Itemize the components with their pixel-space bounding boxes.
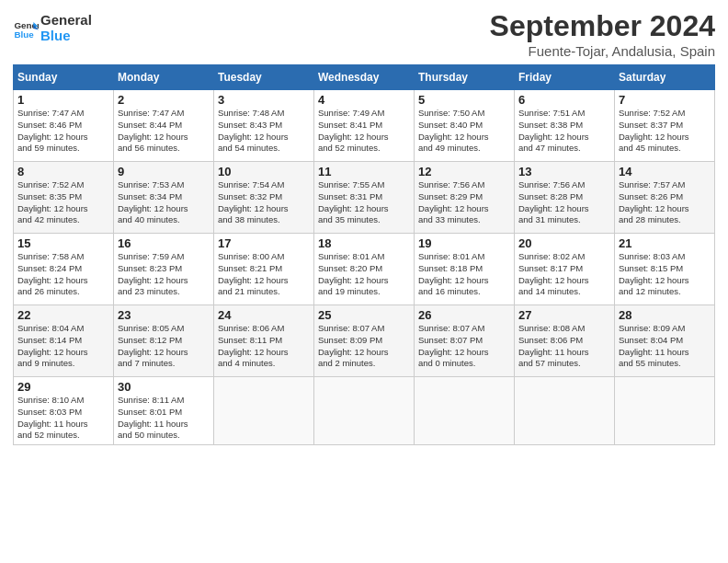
logo-blue-text: Blue	[40, 28, 71, 43]
day-info: Sunrise: 8:06 AM Sunset: 8:11 PM Dayligh…	[218, 323, 310, 370]
day-info: Sunrise: 7:56 AM Sunset: 8:29 PM Dayligh…	[418, 179, 510, 226]
calendar-header-thursday: Thursday	[415, 65, 515, 90]
calendar-cell-14: 14Sunrise: 7:57 AM Sunset: 8:26 PM Dayli…	[615, 162, 715, 234]
day-number: 14	[619, 165, 711, 178]
day-info: Sunrise: 7:56 AM Sunset: 8:28 PM Dayligh…	[518, 179, 610, 226]
calendar-header-tuesday: Tuesday	[214, 65, 314, 90]
calendar-cell-20: 20Sunrise: 8:02 AM Sunset: 8:17 PM Dayli…	[515, 234, 615, 305]
day-info: Sunrise: 8:04 AM Sunset: 8:14 PM Dayligh…	[17, 323, 109, 370]
day-info: Sunrise: 7:59 AM Sunset: 8:23 PM Dayligh…	[118, 251, 210, 298]
day-info: Sunrise: 7:57 AM Sunset: 8:26 PM Dayligh…	[619, 179, 711, 226]
calendar-header-row: SundayMondayTuesdayWednesdayThursdayFrid…	[14, 65, 715, 90]
calendar-cell-empty	[615, 377, 715, 445]
calendar-cell-empty	[314, 377, 415, 445]
day-info: Sunrise: 8:07 AM Sunset: 8:09 PM Dayligh…	[318, 323, 410, 370]
day-number: 17	[218, 236, 310, 250]
calendar-cell-10: 10Sunrise: 7:54 AM Sunset: 8:32 PM Dayli…	[214, 162, 314, 234]
day-info: Sunrise: 8:01 AM Sunset: 8:18 PM Dayligh…	[418, 251, 510, 298]
day-info: Sunrise: 8:01 AM Sunset: 8:20 PM Dayligh…	[318, 251, 410, 298]
day-number: 8	[17, 165, 109, 178]
calendar-cell-27: 27Sunrise: 8:08 AM Sunset: 8:06 PM Dayli…	[515, 305, 615, 377]
calendar-cell-5: 5Sunrise: 7:50 AM Sunset: 8:40 PM Daylig…	[415, 90, 515, 162]
week-row-1: 8Sunrise: 7:52 AM Sunset: 8:35 PM Daylig…	[14, 162, 715, 234]
day-number: 3	[218, 93, 310, 107]
title-block: September 2024 Fuente-Tojar, Andalusia, …	[490, 9, 715, 59]
logo-icon: General Blue	[13, 16, 39, 41]
logo-general-text: General	[40, 12, 92, 28]
week-row-3: 22Sunrise: 8:04 AM Sunset: 8:14 PM Dayli…	[14, 305, 715, 377]
calendar-cell-2: 2Sunrise: 7:47 AM Sunset: 8:44 PM Daylig…	[114, 90, 214, 162]
day-info: Sunrise: 8:02 AM Sunset: 8:17 PM Dayligh…	[518, 251, 610, 298]
day-number: 1	[17, 93, 109, 107]
calendar-cell-15: 15Sunrise: 7:58 AM Sunset: 8:24 PM Dayli…	[14, 234, 114, 305]
calendar-header-sunday: Sunday	[14, 65, 114, 90]
calendar-cell-25: 25Sunrise: 8:07 AM Sunset: 8:09 PM Dayli…	[314, 305, 415, 377]
day-number: 20	[518, 236, 610, 250]
page-header: General Blue General Blue September 2024…	[13, 9, 715, 59]
day-number: 2	[118, 93, 210, 107]
page-subtitle: Fuente-Tojar, Andalusia, Spain	[490, 43, 715, 59]
day-number: 16	[118, 236, 210, 250]
day-info: Sunrise: 7:52 AM Sunset: 8:35 PM Dayligh…	[17, 179, 109, 226]
calendar-cell-30: 30Sunrise: 8:11 AM Sunset: 8:01 PM Dayli…	[114, 377, 214, 445]
calendar-cell-18: 18Sunrise: 8:01 AM Sunset: 8:20 PM Dayli…	[314, 234, 415, 305]
calendar-cell-8: 8Sunrise: 7:52 AM Sunset: 8:35 PM Daylig…	[14, 162, 114, 234]
calendar-cell-4: 4Sunrise: 7:49 AM Sunset: 8:41 PM Daylig…	[314, 90, 415, 162]
calendar-header-friday: Friday	[515, 65, 615, 90]
day-number: 18	[318, 236, 410, 250]
calendar-cell-17: 17Sunrise: 8:00 AM Sunset: 8:21 PM Dayli…	[214, 234, 314, 305]
calendar-cell-7: 7Sunrise: 7:52 AM Sunset: 8:37 PM Daylig…	[615, 90, 715, 162]
calendar-cell-19: 19Sunrise: 8:01 AM Sunset: 8:18 PM Dayli…	[415, 234, 515, 305]
day-info: Sunrise: 7:53 AM Sunset: 8:34 PM Dayligh…	[118, 179, 210, 226]
day-number: 12	[418, 165, 510, 178]
day-info: Sunrise: 8:09 AM Sunset: 8:04 PM Dayligh…	[619, 323, 711, 370]
calendar-cell-6: 6Sunrise: 7:51 AM Sunset: 8:38 PM Daylig…	[515, 90, 615, 162]
page-container: General Blue General Blue September 2024…	[0, 0, 728, 454]
week-row-2: 15Sunrise: 7:58 AM Sunset: 8:24 PM Dayli…	[14, 234, 715, 305]
day-number: 4	[318, 93, 410, 107]
calendar-cell-28: 28Sunrise: 8:09 AM Sunset: 8:04 PM Dayli…	[615, 305, 715, 377]
calendar-cell-empty	[415, 377, 515, 445]
calendar-cell-23: 23Sunrise: 8:05 AM Sunset: 8:12 PM Dayli…	[114, 305, 214, 377]
calendar-cell-empty	[515, 377, 615, 445]
svg-text:Blue: Blue	[14, 29, 34, 39]
day-info: Sunrise: 7:54 AM Sunset: 8:32 PM Dayligh…	[218, 179, 310, 226]
calendar-cell-12: 12Sunrise: 7:56 AM Sunset: 8:29 PM Dayli…	[415, 162, 515, 234]
day-info: Sunrise: 7:50 AM Sunset: 8:40 PM Dayligh…	[418, 108, 510, 155]
calendar-cell-16: 16Sunrise: 7:59 AM Sunset: 8:23 PM Dayli…	[114, 234, 214, 305]
calendar-header-saturday: Saturday	[615, 65, 715, 90]
day-info: Sunrise: 8:08 AM Sunset: 8:06 PM Dayligh…	[518, 323, 610, 370]
day-info: Sunrise: 7:47 AM Sunset: 8:44 PM Dayligh…	[118, 108, 210, 155]
day-info: Sunrise: 7:48 AM Sunset: 8:43 PM Dayligh…	[218, 108, 310, 155]
day-info: Sunrise: 7:58 AM Sunset: 8:24 PM Dayligh…	[17, 251, 109, 298]
day-info: Sunrise: 8:11 AM Sunset: 8:01 PM Dayligh…	[118, 395, 210, 442]
day-number: 13	[518, 165, 610, 178]
day-info: Sunrise: 8:10 AM Sunset: 8:03 PM Dayligh…	[17, 395, 109, 442]
day-number: 10	[218, 165, 310, 178]
week-row-4: 29Sunrise: 8:10 AM Sunset: 8:03 PM Dayli…	[14, 377, 715, 445]
day-number: 6	[518, 93, 610, 107]
calendar-header-monday: Monday	[114, 65, 214, 90]
day-number: 28	[619, 308, 711, 322]
calendar-header-wednesday: Wednesday	[314, 65, 415, 90]
calendar-cell-24: 24Sunrise: 8:06 AM Sunset: 8:11 PM Dayli…	[214, 305, 314, 377]
page-title: September 2024	[490, 9, 715, 43]
calendar-table: SundayMondayTuesdayWednesdayThursdayFrid…	[13, 64, 715, 445]
day-number: 11	[318, 165, 410, 178]
day-number: 24	[218, 308, 310, 322]
day-info: Sunrise: 7:52 AM Sunset: 8:37 PM Dayligh…	[619, 108, 711, 155]
day-info: Sunrise: 8:00 AM Sunset: 8:21 PM Dayligh…	[218, 251, 310, 298]
calendar-cell-21: 21Sunrise: 8:03 AM Sunset: 8:15 PM Dayli…	[615, 234, 715, 305]
day-number: 29	[17, 380, 109, 394]
calendar-cell-1: 1Sunrise: 7:47 AM Sunset: 8:46 PM Daylig…	[14, 90, 114, 162]
calendar-cell-9: 9Sunrise: 7:53 AM Sunset: 8:34 PM Daylig…	[114, 162, 214, 234]
day-number: 9	[118, 165, 210, 178]
day-number: 21	[619, 236, 711, 250]
day-info: Sunrise: 7:47 AM Sunset: 8:46 PM Dayligh…	[17, 108, 109, 155]
day-number: 22	[17, 308, 109, 322]
calendar-cell-22: 22Sunrise: 8:04 AM Sunset: 8:14 PM Dayli…	[14, 305, 114, 377]
day-info: Sunrise: 7:51 AM Sunset: 8:38 PM Dayligh…	[518, 108, 610, 155]
logo: General Blue General Blue	[13, 13, 92, 43]
day-number: 19	[418, 236, 510, 250]
calendar-cell-11: 11Sunrise: 7:55 AM Sunset: 8:31 PM Dayli…	[314, 162, 415, 234]
